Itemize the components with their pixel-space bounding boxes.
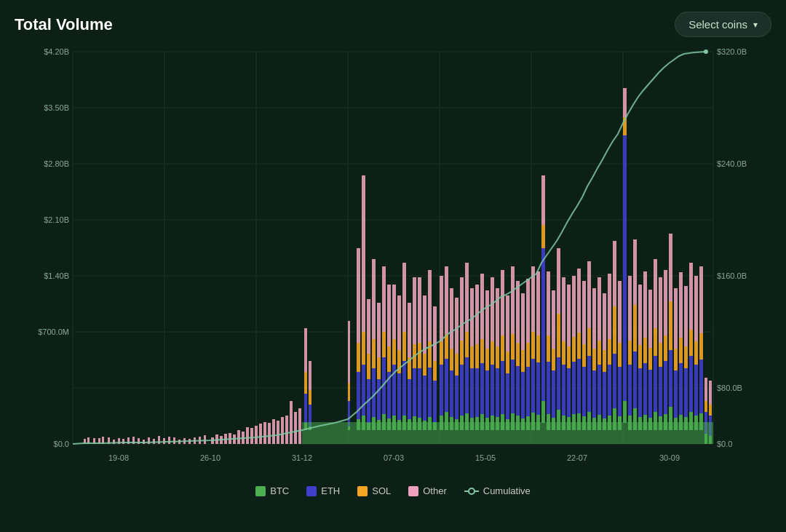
svg-rect-299 (618, 367, 622, 416)
svg-rect-368 (704, 401, 707, 412)
svg-rect-229 (526, 279, 530, 343)
svg-rect-323 (648, 370, 652, 418)
svg-rect-108 (372, 339, 376, 368)
svg-rect-284 (598, 341, 601, 365)
chart-svg: $4.20B $3.50B $2.80B $2.10B $1.40B $700.… (15, 44, 771, 481)
svg-rect-374 (302, 422, 713, 444)
svg-rect-293 (608, 274, 611, 339)
svg-rect-324 (648, 348, 652, 370)
svg-rect-211 (506, 373, 509, 419)
svg-rect-328 (654, 328, 657, 356)
svg-rect-340 (669, 301, 672, 350)
svg-rect-70 (250, 428, 253, 444)
svg-rect-212 (506, 352, 509, 373)
sol-color-swatch (357, 486, 368, 496)
svg-rect-168 (450, 349, 453, 370)
svg-rect-76 (277, 421, 279, 444)
svg-rect-317 (638, 285, 642, 345)
svg-rect-285 (598, 277, 601, 341)
svg-rect-208 (501, 336, 504, 361)
svg-rect-133 (402, 263, 406, 332)
svg-rect-302 (623, 401, 627, 423)
svg-rect-197 (485, 290, 489, 349)
svg-rect-321 (643, 271, 647, 338)
svg-rect-315 (638, 368, 642, 417)
svg-rect-188 (475, 344, 479, 368)
svg-rect-351 (684, 368, 688, 417)
svg-text:$240.0B: $240.0B (717, 159, 747, 168)
svg-text:07-03: 07-03 (384, 453, 404, 462)
svg-rect-267 (577, 359, 581, 413)
svg-rect-199 (491, 365, 494, 416)
svg-rect-345 (674, 288, 678, 349)
svg-text:$0.0: $0.0 (54, 440, 69, 448)
svg-rect-264 (572, 337, 576, 362)
svg-rect-269 (577, 269, 581, 333)
main-container: Total Volume Select coins ▾ (0, 0, 786, 532)
svg-rect-356 (689, 330, 693, 356)
svg-rect-187 (475, 368, 479, 417)
svg-rect-80 (294, 412, 297, 444)
svg-rect-336 (664, 336, 667, 361)
svg-rect-361 (694, 276, 698, 341)
svg-rect-343 (674, 370, 678, 418)
svg-rect-159 (440, 365, 443, 416)
svg-rect-184 (470, 346, 474, 368)
svg-rect-316 (638, 345, 642, 368)
select-coins-button[interactable]: Select coins ▾ (675, 12, 771, 37)
svg-rect-357 (689, 263, 693, 330)
svg-rect-148 (423, 354, 426, 376)
svg-rect-93 (348, 321, 350, 383)
svg-rect-193 (480, 274, 484, 339)
svg-rect-171 (455, 376, 458, 419)
legend-eth-label: ETH (321, 485, 340, 496)
svg-rect-121 (387, 285, 391, 346)
other-color-swatch (408, 486, 418, 496)
svg-text:$4.20B: $4.20B (44, 47, 69, 56)
svg-rect-341 (669, 234, 672, 301)
svg-rect-312 (633, 305, 637, 352)
svg-rect-101 (362, 175, 365, 332)
svg-rect-344 (674, 349, 678, 370)
svg-rect-331 (659, 367, 662, 416)
svg-rect-363 (699, 360, 703, 413)
svg-rect-236 (536, 336, 540, 362)
svg-rect-144 (418, 343, 421, 368)
svg-rect-116 (382, 332, 386, 357)
svg-rect-288 (603, 350, 606, 372)
svg-rect-320 (643, 338, 647, 363)
svg-rect-176 (460, 341, 464, 365)
svg-rect-77 (281, 417, 284, 444)
svg-text:$0.0: $0.0 (717, 440, 732, 448)
chart-header: Total Volume Select coins ▾ (15, 12, 771, 37)
svg-rect-296 (613, 306, 616, 354)
svg-rect-213 (506, 295, 509, 352)
svg-rect-107 (372, 368, 376, 417)
svg-rect-235 (536, 362, 540, 415)
svg-rect-161 (440, 276, 443, 341)
svg-rect-209 (501, 270, 504, 336)
svg-rect-201 (491, 277, 494, 341)
svg-rect-113 (377, 303, 381, 357)
svg-rect-215 (511, 360, 515, 413)
svg-rect-131 (402, 361, 406, 416)
svg-rect-352 (684, 346, 688, 368)
svg-rect-364 (699, 333, 703, 360)
svg-rect-283 (598, 365, 601, 415)
svg-rect-227 (526, 367, 530, 416)
chart-area: $4.20B $3.50B $2.80B $2.10B $1.40B $700.… (15, 44, 771, 481)
svg-rect-149 (423, 295, 426, 354)
svg-rect-224 (521, 350, 525, 372)
svg-rect-137 (408, 303, 411, 357)
svg-rect-289 (603, 293, 606, 350)
svg-rect-84 (304, 372, 307, 394)
svg-rect-85 (304, 328, 307, 372)
svg-rect-349 (679, 272, 683, 338)
svg-rect-203 (496, 368, 499, 417)
legend-other-label: Other (423, 485, 447, 496)
svg-rect-163 (445, 359, 448, 412)
svg-rect-231 (531, 359, 535, 413)
svg-rect-295 (613, 354, 616, 408)
svg-rect-145 (418, 277, 421, 343)
svg-rect-276 (587, 328, 591, 356)
